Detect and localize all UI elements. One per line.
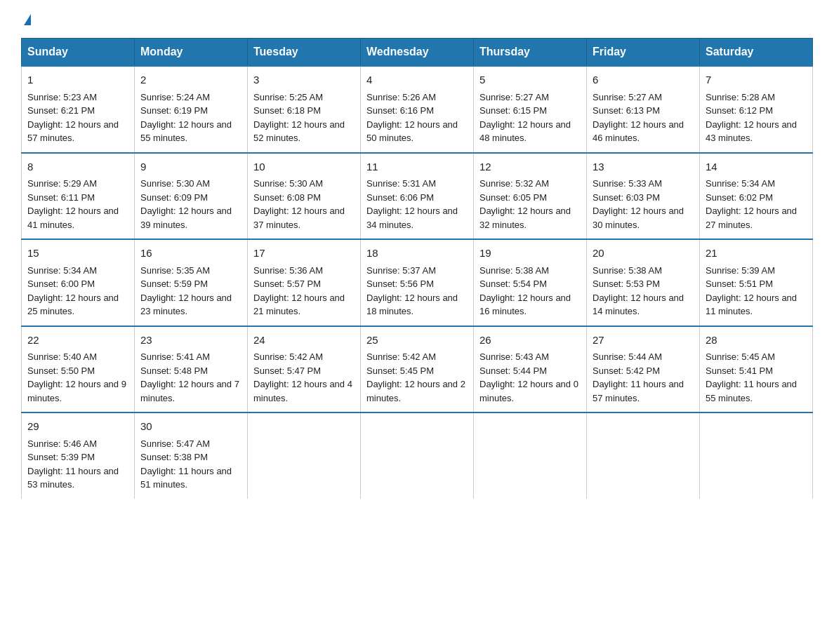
day-number: 20 <box>593 246 694 262</box>
day-number: 7 <box>706 72 807 88</box>
sunrise-text: Sunrise: 5:36 AM <box>253 264 355 278</box>
calendar-cell: 10Sunrise: 5:30 AMSunset: 6:08 PMDayligh… <box>248 153 361 240</box>
sunset-text: Sunset: 5:45 PM <box>366 364 468 378</box>
day-number: 14 <box>706 159 807 175</box>
daylight-text: Daylight: 12 hours and 46 minutes. <box>593 118 694 145</box>
sunrise-text: Sunrise: 5:35 AM <box>140 264 241 278</box>
column-header-friday: Friday <box>587 39 700 67</box>
calendar-header-row: SundayMondayTuesdayWednesdayThursdayFrid… <box>22 39 813 67</box>
day-number: 12 <box>479 159 581 175</box>
daylight-text: Daylight: 11 hours and 53 minutes. <box>27 464 128 492</box>
calendar-cell: 13Sunrise: 5:33 AMSunset: 6:03 PMDayligh… <box>587 153 700 240</box>
day-number: 16 <box>140 246 241 262</box>
sunset-text: Sunset: 6:18 PM <box>253 104 355 118</box>
column-header-wednesday: Wednesday <box>361 39 474 67</box>
calendar-cell: 3Sunrise: 5:25 AMSunset: 6:18 PMDaylight… <box>248 66 361 153</box>
daylight-text: Daylight: 12 hours and 30 minutes. <box>593 204 694 232</box>
week-row-5: 29Sunrise: 5:46 AMSunset: 5:39 PMDayligh… <box>22 412 813 499</box>
calendar-cell: 8Sunrise: 5:29 AMSunset: 6:11 PMDaylight… <box>22 153 135 240</box>
sunset-text: Sunset: 5:41 PM <box>706 364 807 378</box>
sunrise-text: Sunrise: 5:24 AM <box>140 90 241 105</box>
sunset-text: Sunset: 6:13 PM <box>593 104 694 118</box>
logo <box>21 14 31 25</box>
daylight-text: Daylight: 12 hours and 18 minutes. <box>366 291 468 318</box>
calendar-cell: 22Sunrise: 5:40 AMSunset: 5:50 PMDayligh… <box>22 326 135 413</box>
day-number: 19 <box>479 246 581 262</box>
daylight-text: Daylight: 12 hours and 16 minutes. <box>479 291 581 318</box>
day-number: 23 <box>140 333 241 349</box>
sunset-text: Sunset: 6:11 PM <box>27 191 128 205</box>
sunrise-text: Sunrise: 5:37 AM <box>366 264 468 278</box>
calendar-table: SundayMondayTuesdayWednesdayThursdayFrid… <box>21 38 813 499</box>
day-number: 24 <box>253 333 355 349</box>
sunset-text: Sunset: 5:51 PM <box>706 277 807 291</box>
sunrise-text: Sunrise: 5:30 AM <box>140 177 241 191</box>
sunset-text: Sunset: 5:38 PM <box>140 450 241 464</box>
daylight-text: Daylight: 12 hours and 37 minutes. <box>253 204 355 232</box>
daylight-text: Daylight: 12 hours and 52 minutes. <box>253 118 355 145</box>
daylight-text: Daylight: 12 hours and 50 minutes. <box>366 118 468 145</box>
day-number: 2 <box>140 72 241 88</box>
sunrise-text: Sunrise: 5:38 AM <box>593 264 694 278</box>
sunset-text: Sunset: 6:09 PM <box>140 191 241 205</box>
sunset-text: Sunset: 5:44 PM <box>479 364 581 378</box>
day-number: 10 <box>253 159 355 175</box>
sunrise-text: Sunrise: 5:27 AM <box>593 90 694 105</box>
sunset-text: Sunset: 6:15 PM <box>479 104 581 118</box>
daylight-text: Daylight: 12 hours and 9 minutes. <box>27 377 128 405</box>
day-number: 27 <box>593 333 694 349</box>
daylight-text: Daylight: 11 hours and 55 minutes. <box>706 377 807 405</box>
week-row-4: 22Sunrise: 5:40 AMSunset: 5:50 PMDayligh… <box>22 326 813 413</box>
daylight-text: Daylight: 12 hours and 14 minutes. <box>593 291 694 318</box>
daylight-text: Daylight: 12 hours and 55 minutes. <box>140 118 241 145</box>
day-number: 18 <box>366 246 468 262</box>
calendar-cell: 19Sunrise: 5:38 AMSunset: 5:54 PMDayligh… <box>474 239 587 326</box>
page-header <box>21 14 813 25</box>
calendar-cell: 6Sunrise: 5:27 AMSunset: 6:13 PMDaylight… <box>587 66 700 153</box>
day-number: 9 <box>140 159 241 175</box>
daylight-text: Daylight: 12 hours and 21 minutes. <box>253 291 355 318</box>
calendar-cell: 1Sunrise: 5:23 AMSunset: 6:21 PMDaylight… <box>22 66 135 153</box>
column-header-tuesday: Tuesday <box>248 39 361 67</box>
calendar-cell: 23Sunrise: 5:41 AMSunset: 5:48 PMDayligh… <box>135 326 248 413</box>
week-row-1: 1Sunrise: 5:23 AMSunset: 6:21 PMDaylight… <box>22 66 813 153</box>
column-header-saturday: Saturday <box>700 39 813 67</box>
sunset-text: Sunset: 6:08 PM <box>253 191 355 205</box>
calendar-cell: 26Sunrise: 5:43 AMSunset: 5:44 PMDayligh… <box>474 326 587 413</box>
sunset-text: Sunset: 5:47 PM <box>253 364 355 378</box>
day-number: 25 <box>366 333 468 349</box>
sunset-text: Sunset: 6:05 PM <box>479 191 581 205</box>
calendar-cell: 17Sunrise: 5:36 AMSunset: 5:57 PMDayligh… <box>248 239 361 326</box>
day-number: 29 <box>27 419 128 435</box>
sunrise-text: Sunrise: 5:42 AM <box>366 350 468 364</box>
daylight-text: Daylight: 12 hours and 0 minutes. <box>479 377 581 405</box>
calendar-cell: 16Sunrise: 5:35 AMSunset: 5:59 PMDayligh… <box>135 239 248 326</box>
day-number: 6 <box>593 72 694 88</box>
day-number: 1 <box>27 72 128 88</box>
calendar-cell <box>587 412 700 499</box>
sunrise-text: Sunrise: 5:32 AM <box>479 177 581 191</box>
day-number: 22 <box>27 333 128 349</box>
logo-triangle-icon <box>24 14 31 25</box>
sunrise-text: Sunrise: 5:43 AM <box>479 350 581 364</box>
calendar-cell: 27Sunrise: 5:44 AMSunset: 5:42 PMDayligh… <box>587 326 700 413</box>
sunset-text: Sunset: 6:06 PM <box>366 191 468 205</box>
sunset-text: Sunset: 6:12 PM <box>706 104 807 118</box>
daylight-text: Daylight: 11 hours and 57 minutes. <box>593 377 694 405</box>
sunrise-text: Sunrise: 5:29 AM <box>27 177 128 191</box>
sunset-text: Sunset: 5:57 PM <box>253 277 355 291</box>
calendar-cell: 12Sunrise: 5:32 AMSunset: 6:05 PMDayligh… <box>474 153 587 240</box>
sunset-text: Sunset: 5:54 PM <box>479 277 581 291</box>
calendar-cell: 14Sunrise: 5:34 AMSunset: 6:02 PMDayligh… <box>700 153 813 240</box>
sunset-text: Sunset: 6:19 PM <box>140 104 241 118</box>
day-number: 3 <box>253 72 355 88</box>
day-number: 28 <box>706 333 807 349</box>
sunset-text: Sunset: 6:21 PM <box>27 104 128 118</box>
calendar-cell: 5Sunrise: 5:27 AMSunset: 6:15 PMDaylight… <box>474 66 587 153</box>
sunrise-text: Sunrise: 5:31 AM <box>366 177 468 191</box>
sunrise-text: Sunrise: 5:38 AM <box>479 264 581 278</box>
daylight-text: Daylight: 12 hours and 11 minutes. <box>706 291 807 318</box>
day-number: 13 <box>593 159 694 175</box>
sunrise-text: Sunrise: 5:33 AM <box>593 177 694 191</box>
sunset-text: Sunset: 5:59 PM <box>140 277 241 291</box>
